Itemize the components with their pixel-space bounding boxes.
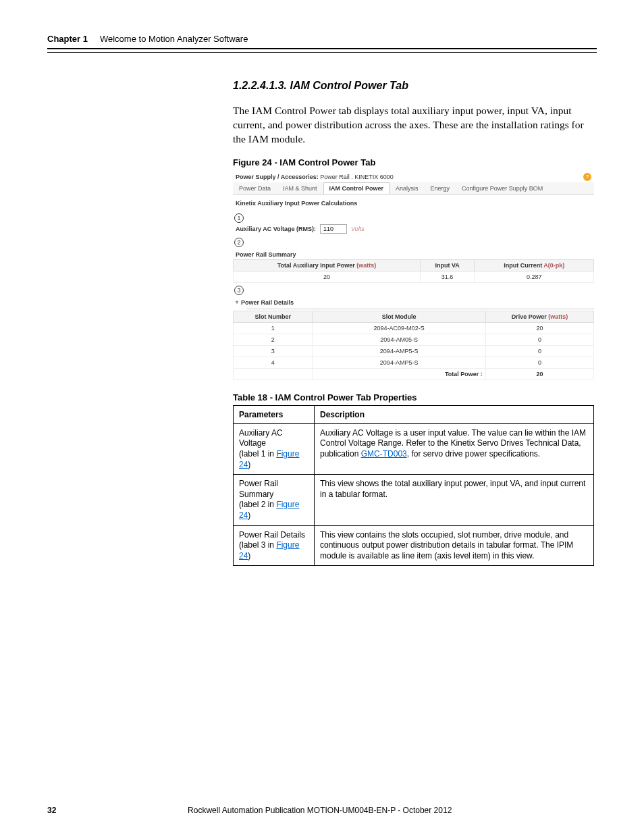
table-row: 32094-AMP5-S0 xyxy=(234,345,594,357)
th-description: Description xyxy=(315,405,594,423)
summary-h2: Input VA xyxy=(420,259,475,271)
publication-info: Rockwell Automation Publication MOTION-U… xyxy=(188,806,452,815)
table-row: 12094-AC09-M02-S20 xyxy=(234,322,594,334)
callout-2: 2 xyxy=(234,238,244,247)
summary-c3: 0.287 xyxy=(475,271,594,282)
figure-caption: Figure 24 - IAM Control Power Tab xyxy=(233,157,597,167)
tab-iam-control-power[interactable]: IAM Control Power xyxy=(323,182,390,194)
summary-h1: Total Auxiliary Input Power (watts) xyxy=(234,259,421,271)
total-row: Total Power : 20 xyxy=(234,368,594,380)
details-h1: Slot Number xyxy=(234,311,313,322)
table-row: Power Rail Summary (label 2 in Figure 24… xyxy=(234,475,594,525)
aux-voltage-label: Auxiliary AC Voltage (RMS): xyxy=(236,226,316,232)
calc-title: Kinetix Auxiliary Input Power Calculatio… xyxy=(233,194,594,211)
tab-bar: Power Data IAM & Shunt IAM Control Power… xyxy=(233,182,594,194)
tab-configure-bom[interactable]: Configure Power Supply BOM xyxy=(456,182,549,194)
param-cell: Power Rail Summary (label 2 in Figure 24… xyxy=(234,475,315,525)
table-row: 42094-AMP5-S0 xyxy=(234,357,594,368)
table-caption: Table 18 - IAM Control Power Tab Propert… xyxy=(233,392,597,402)
total-value: 20 xyxy=(485,368,593,380)
section-body: The IAM Control Power tab displays total… xyxy=(233,104,597,147)
table-row: 22094-AM05-S0 xyxy=(234,334,594,345)
panel-title: Power Supply / Accessories: Power Rail .… xyxy=(236,174,394,180)
param-cell: Auxiliary AC Voltage (label 1 in Figure … xyxy=(234,423,315,474)
tab-energy[interactable]: Energy xyxy=(425,182,456,194)
desc-cell: This view contains the slots occupied, s… xyxy=(315,525,594,566)
panel-title-prefix: Power Supply / Accessories: xyxy=(236,174,319,180)
summary-title: Power Rail Summary xyxy=(233,247,594,259)
desc-cell: This view shows the total auxiliary inpu… xyxy=(315,475,594,525)
screenshot-panel: Power Supply / Accessories: Power Rail .… xyxy=(233,172,594,380)
tab-iam-shunt[interactable]: IAM & Shunt xyxy=(277,182,323,194)
collapse-icon[interactable]: ▾ xyxy=(236,299,238,305)
chapter-title: Welcome to Motion Analyzer Software xyxy=(100,34,248,44)
desc-cell: Auxiliary AC Voltage is a user input val… xyxy=(315,423,594,474)
section-heading: 1.2.2.4.1.3. IAM Control Power Tab xyxy=(233,80,597,92)
panel-title-value: Power Rail . KINETIX 6000 xyxy=(320,174,394,180)
aux-voltage-input[interactable] xyxy=(320,224,347,234)
properties-table: Parameters Description Auxiliary AC Volt… xyxy=(233,405,594,567)
tab-power-data[interactable]: Power Data xyxy=(233,182,277,194)
rule-light xyxy=(47,52,597,53)
th-parameters: Parameters xyxy=(234,405,315,423)
details-h2: Slot Module xyxy=(313,311,485,322)
help-icon[interactable]: ? xyxy=(583,173,591,181)
callout-3: 3 xyxy=(234,286,244,295)
tab-analysis[interactable]: Analysis xyxy=(390,182,425,194)
summary-h3: Input Current A(0-pk) xyxy=(475,259,594,271)
summary-c1: 20 xyxy=(234,271,421,282)
table-row: Power Rail Details (label 3 in Figure 24… xyxy=(234,525,594,566)
details-rule xyxy=(246,309,594,309)
details-h3: Drive Power (watts) xyxy=(485,311,593,322)
publication-link[interactable]: GMC-TD003 xyxy=(361,449,407,459)
chapter-label: Chapter 1 xyxy=(47,34,88,44)
details-table: Slot Number Slot Module Drive Power (wat… xyxy=(233,311,594,380)
callout-1: 1 xyxy=(234,213,244,223)
page-footer: 32 Rockwell Automation Publication MOTIO… xyxy=(0,806,644,815)
page-number: 32 xyxy=(47,806,56,815)
total-label: Total Power : xyxy=(313,368,485,380)
table-row: Auxiliary AC Voltage (label 1 in Figure … xyxy=(234,423,594,474)
details-title: Power Rail Details xyxy=(241,299,294,306)
summary-table: Total Auxiliary Input Power (watts) Inpu… xyxy=(233,259,594,283)
rule-heavy xyxy=(47,48,597,49)
aux-voltage-unit: Volts xyxy=(351,226,365,232)
summary-c2: 31.6 xyxy=(420,271,475,282)
summary-row: 20 31.6 0.287 xyxy=(234,271,594,282)
param-cell: Power Rail Details (label 3 in Figure 24… xyxy=(234,525,315,566)
